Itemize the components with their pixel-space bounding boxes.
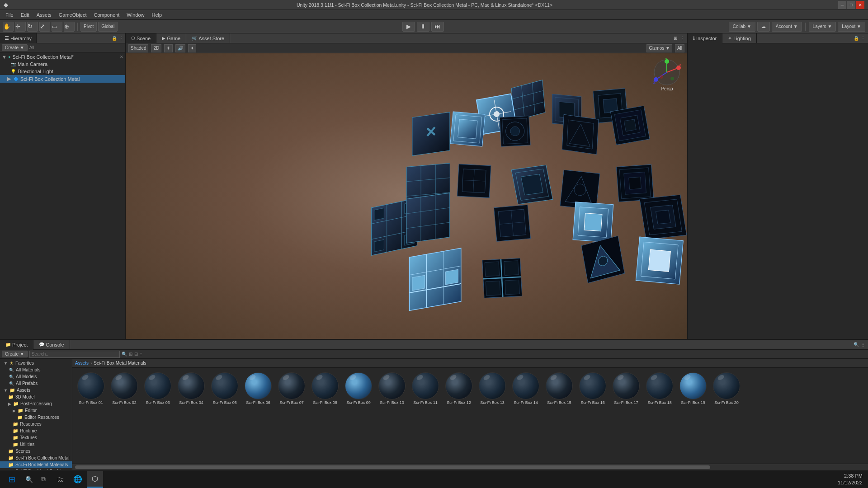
more-icon[interactable]: ⋮ [119,36,123,41]
scene-gizmo[interactable]: X Y Z Persp [652,58,682,87]
scifi-collection-folder[interactable]: 📁 Sci-Fi Box Collection Metal [0,455,72,461]
maximize-button[interactable]: □ [847,1,855,9]
hierarchy-create-button[interactable]: Create ▼ [2,44,28,51]
layout-button[interactable]: Layout ▼ [838,22,865,32]
asset-item[interactable]: Sci-Fi Box 08 [309,371,341,407]
asset-item[interactable]: Sci-Fi Box 09 [343,371,374,407]
asset-item[interactable]: Sci-Fi Box 12 [443,371,475,407]
asset-item[interactable]: Sci-Fi Box 14 [510,371,542,407]
asset-item[interactable]: Sci-Fi Box 13 [476,371,508,407]
utilities-item[interactable]: 📁 Utilities [0,441,72,448]
step-button[interactable]: ⏭ [431,22,444,32]
editor-item[interactable]: ▶ 📁 Editor [0,407,72,414]
scene-filter[interactable]: All [675,44,684,52]
menu-help[interactable]: Help [148,11,165,19]
all-prefabs-item[interactable]: 🔍 All Prefabs [0,380,72,387]
scene-close-icon[interactable]: ✕ [120,55,123,59]
task-view-button[interactable]: ⧉ [36,471,51,488]
console-tab[interactable]: 💬 Console [33,340,70,350]
all-materials-item[interactable]: 🔍 All Materials [0,366,72,373]
menu-component[interactable]: Component [90,11,123,19]
audio-toggle[interactable]: 🔊 [175,44,185,52]
collab-button[interactable]: Collab ▼ [729,22,755,32]
project-create-button[interactable]: Create ▼ [2,351,28,357]
asset-item[interactable]: Sci-Fi Box 11 [410,371,441,407]
scene-view[interactable]: ✕ [126,53,687,339]
menu-window[interactable]: Window [123,11,148,19]
inspector-lock-icon[interactable]: 🔒 [854,36,859,41]
rotate-tool[interactable]: ↻ [27,22,38,32]
inspector-more-icon[interactable]: ⋮ [861,36,865,41]
pivot-button[interactable]: Pivot [80,22,97,32]
project-tab[interactable]: 📁 Project [0,340,33,350]
account-button[interactable]: Account ▼ [772,22,802,32]
project-more-icon[interactable]: ⋮ [861,342,865,347]
close-button[interactable]: ✕ [856,1,864,9]
game-tab[interactable]: ▶ Game [156,33,186,43]
scenes-item[interactable]: 📁 Scenes [0,448,72,455]
taskbar-chrome[interactable]: 🌐 [70,471,86,488]
asset-item[interactable]: Sci-Fi Box 15 [543,371,575,407]
filter-icon[interactable]: ⊞ [129,352,132,357]
asset-scrollbar[interactable] [72,464,868,470]
postprocessing-item[interactable]: ▶ 📁 PostProcessing [0,400,72,407]
all-models-item[interactable]: 🔍 All Models [0,373,72,380]
project-search-input[interactable] [29,351,120,358]
shading-dropdown[interactable]: Shaded [128,44,148,52]
textures-item[interactable]: 📁 Textures [0,434,72,441]
move-tool[interactable]: ✛ [15,22,26,32]
editor-resources-item[interactable]: 📁 Editor Resources [0,414,72,421]
lighting-tab[interactable]: ☀ Lighting [722,33,757,43]
2d-button[interactable]: 2D [151,44,161,52]
menu-assets[interactable]: Assets [33,11,55,19]
taskbar-explorer[interactable]: 🗂 [52,471,69,488]
resources-item[interactable]: 📁 Resources [0,421,72,427]
asset-item[interactable]: Sci-Fi Box 01 [75,371,107,407]
light-item[interactable]: 💡 Directional Light [0,68,125,75]
3dmodel-item[interactable]: 📁 3D Model [0,394,72,400]
scifi-collection-item[interactable]: ▶ 🔷 Sci-Fi Box Collection Metal [0,75,125,83]
asset-item[interactable]: Sci-Fi Box 18 [644,371,675,407]
menu-gameobject[interactable]: GameObject [55,11,90,19]
transform-tool[interactable]: ⊕ [64,22,75,32]
scene-tab[interactable]: ⬡ Scene [126,33,156,43]
layers-button[interactable]: Layers ▼ [809,22,836,32]
runtime-item[interactable]: 📁 Runtime [0,427,72,434]
gizmos-dropdown[interactable]: Gizmos ▼ [646,44,672,52]
asset-store-tab[interactable]: 🛒 Asset Store [186,33,230,43]
asset-item[interactable]: Sci-Fi Box 03 [142,371,174,407]
minimize-button[interactable]: ─ [838,1,846,9]
asset-item[interactable]: Sci-Fi Box 04 [175,371,207,407]
effects-toggle[interactable]: ✦ [188,44,196,52]
taskbar-search[interactable]: 🔍 [22,471,36,488]
assets-breadcrumb[interactable]: Assets [75,361,89,366]
play-button[interactable]: ▶ [402,22,415,32]
global-button[interactable]: Global [98,22,118,32]
menu-edit[interactable]: Edit [17,11,33,19]
taskbar-unity[interactable]: ⬡ [87,471,103,488]
cloud-button[interactable]: ☁ [757,22,770,32]
scale-tool[interactable]: ⤢ [39,22,50,32]
asset-item[interactable]: Sci-Fi Box 10 [376,371,408,407]
settings-icon[interactable]: ⋮ [680,36,684,41]
hand-tool[interactable]: ✋ [3,22,14,32]
scifi-materials-folder[interactable]: 📁 Sci-Fi Box Metal Materials [0,461,72,468]
filter-label-icon[interactable]: ⊟ [134,352,138,357]
pause-button[interactable]: ⏸ [417,22,429,32]
sort-icon[interactable]: ≡ [140,352,142,357]
asset-item[interactable]: Sci-Fi Box 17 [610,371,642,407]
hierarchy-tab[interactable]: ☰ Hierarchy [0,33,37,43]
camera-item[interactable]: 📷 Main Camera [0,61,125,68]
rect-tool[interactable]: ▭ [52,22,62,32]
asset-item[interactable]: Sci-Fi Box 06 [242,371,274,407]
materials-breadcrumb[interactable]: Sci-Fi Box Metal Materials [94,361,146,366]
lock-icon[interactable]: 🔒 [112,36,117,41]
assets-folder[interactable]: ▼ 📁 Assets [0,387,72,394]
maximize-icon[interactable]: ⊞ [674,36,677,41]
asset-item[interactable]: Sci-Fi Box 07 [276,371,307,407]
start-button[interactable]: ⊞ [2,471,22,488]
asset-item[interactable]: Sci-Fi Box 19 [677,371,709,407]
lighting-toggle[interactable]: ☀ [164,44,173,52]
asset-item[interactable]: Sci-Fi Box 02 [108,371,140,407]
asset-item[interactable]: Sci-Fi Box 16 [577,371,609,407]
